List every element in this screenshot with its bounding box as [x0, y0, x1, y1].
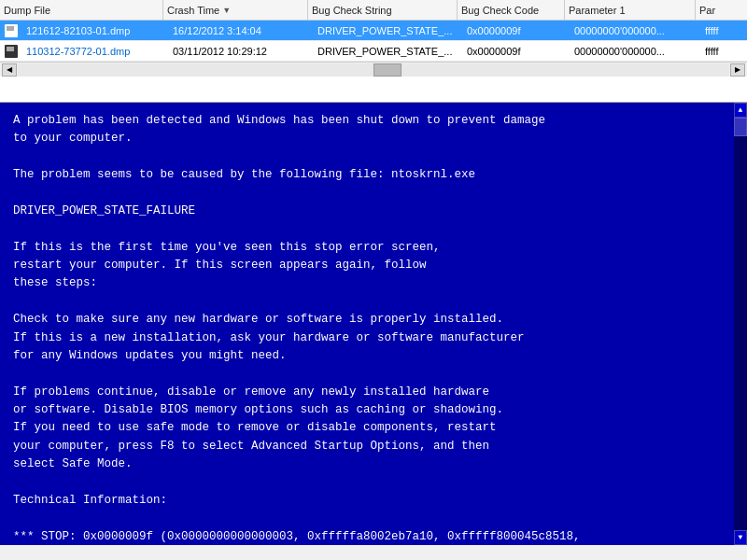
col-header-dump[interactable]: Dump File — [0, 0, 163, 20]
col-header-bugstr-label: Bug Check String — [312, 5, 392, 16]
bsod-scrollbar[interactable]: ▲ ▼ — [734, 103, 747, 545]
col-header-bugcode[interactable]: Bug Check Code — [458, 0, 565, 20]
bsod-scroll-up-button[interactable]: ▲ — [734, 103, 747, 118]
col-header-crash[interactable]: Crash Time ▼ — [163, 0, 308, 20]
cell-bug-string-1: DRIVER_POWER_STATE_... — [314, 21, 463, 40]
col-header-dump-label: Dump File — [4, 5, 50, 16]
col-header-par-label: Par — [699, 5, 715, 16]
horizontal-scrollbar[interactable]: ◀ ▶ — [0, 62, 747, 77]
sort-arrow-crash: ▼ — [222, 6, 231, 15]
bsod-text: A problem has been detected and Windows … — [13, 112, 734, 545]
cell-crash-time-1: 16/12/2012 3:14:04 — [169, 21, 314, 40]
scroll-left-button[interactable]: ◀ — [2, 63, 17, 77]
col-header-par[interactable]: Par — [696, 0, 747, 20]
cell-dump-file-2: 110312-73772-01.dmp — [22, 41, 169, 61]
floppy-disk-icon — [3, 22, 20, 39]
table-row[interactable]: 121612-82103-01.dmp 16/12/2012 3:14:04 D… — [0, 21, 747, 41]
table-header: Dump File Crash Time ▼ Bug Check String … — [0, 0, 747, 21]
col-header-param1-label: Parameter 1 — [569, 5, 626, 16]
cell-dump-file-1: 121612-82103-01.dmp — [22, 21, 169, 40]
bsod-scroll-thumb[interactable] — [734, 118, 747, 136]
col-header-param1[interactable]: Parameter 1 — [565, 0, 696, 20]
cell-param1-2: 00000000'000000... — [571, 41, 701, 61]
crash-table-section: Dump File Crash Time ▼ Bug Check String … — [0, 0, 747, 103]
table-row[interactable]: 110312-73772-01.dmp 03/11/2012 10:29:12 … — [0, 41, 747, 62]
cell-bug-code-1: 0x0000009f — [463, 21, 571, 40]
cell-crash-time-2: 03/11/2012 10:29:12 — [169, 41, 314, 61]
col-header-bugstr[interactable]: Bug Check String — [308, 0, 458, 20]
cell-bug-string-2: DRIVER_POWER_STATE_... — [314, 41, 463, 61]
col-header-bugcode-label: Bug Check Code — [461, 5, 539, 16]
cell-par-1: fffff — [701, 21, 747, 40]
scroll-track[interactable] — [18, 63, 729, 77]
cell-par-2: fffff — [701, 41, 747, 61]
floppy-disk-icon — [3, 43, 20, 60]
col-header-crash-label: Crash Time — [167, 5, 219, 16]
cell-bug-code-2: 0x0000009f — [463, 41, 571, 61]
cell-param1-1: 00000000'000000... — [571, 21, 701, 40]
scroll-thumb[interactable] — [374, 63, 402, 77]
bsod-scroll-down-button[interactable]: ▼ — [734, 530, 747, 545]
scroll-right-button[interactable]: ▶ — [730, 63, 745, 77]
bsod-scroll-track[interactable] — [734, 118, 747, 530]
bsod-display: A problem has been detected and Windows … — [0, 103, 747, 545]
